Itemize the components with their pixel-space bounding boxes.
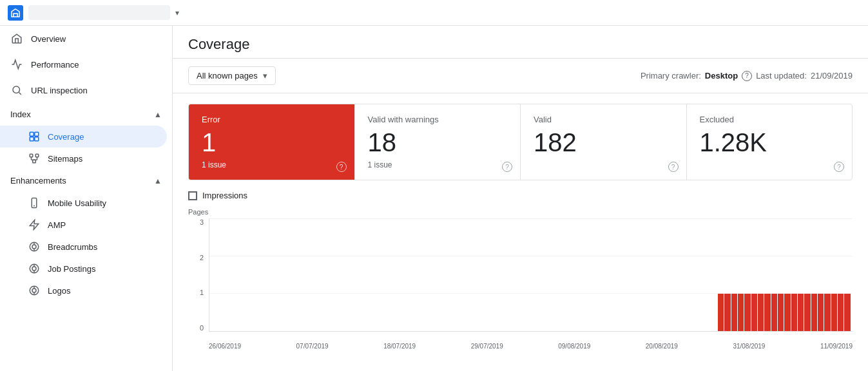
- chart-bar: [604, 330, 610, 331]
- sidebar-item-mobile-usability[interactable]: Mobile Usability: [0, 192, 167, 214]
- enhancements-section-header[interactable]: Enhancements ▲: [0, 169, 172, 192]
- chart-bar: [838, 294, 844, 331]
- chart-bar: [332, 330, 338, 331]
- chart-bar: [758, 294, 764, 331]
- chart-bar: [498, 330, 504, 331]
- error-help-icon[interactable]: ?: [336, 162, 347, 172]
- chart-bar: [791, 294, 797, 331]
- sidebar-item-url-inspection[interactable]: URL inspection: [0, 77, 167, 103]
- filter-button[interactable]: All known pages ▾: [188, 66, 276, 85]
- sidebar-item-amp[interactable]: AMP: [0, 214, 167, 236]
- chart-bar: [764, 294, 770, 331]
- chart-bar: [492, 330, 497, 331]
- chart-bar: [445, 330, 450, 331]
- svg-rect-4: [30, 137, 34, 141]
- logos-icon: [28, 285, 40, 296]
- legend-label: Impressions: [202, 191, 247, 200]
- sidebar-item-performance[interactable]: Performance: [0, 52, 167, 77]
- chart-bar: [218, 330, 224, 331]
- stat-card-valid-warnings[interactable]: Valid with warnings 18 1 issue ?: [355, 104, 521, 180]
- chart-bar: [564, 330, 570, 331]
- crawler-help-icon[interactable]: ?: [742, 71, 752, 81]
- chart-bar: [285, 330, 291, 331]
- toolbar: All known pages ▾ Primary crawler: Deskt…: [173, 59, 868, 93]
- chart-bar: [844, 294, 850, 331]
- svg-point-0: [13, 86, 20, 93]
- y-axis-label: Pages: [188, 208, 208, 216]
- chart-bar: [392, 330, 398, 331]
- chart-bar: [592, 330, 597, 331]
- search-icon: [10, 84, 23, 97]
- chart-bar: [432, 330, 438, 331]
- chart-bar: [478, 330, 484, 331]
- chart-bar: [472, 330, 477, 331]
- chart-bar: [358, 330, 364, 331]
- x-label-6: 31/08/2019: [733, 343, 765, 350]
- legend-checkbox[interactable]: [188, 191, 197, 200]
- chart-bar: [572, 330, 577, 331]
- chart-bar: [505, 330, 510, 331]
- valid-help-icon[interactable]: ?: [668, 162, 679, 172]
- chart-bar: [378, 330, 384, 331]
- chart-bar: [212, 330, 218, 331]
- excluded-value: 1.28K: [700, 127, 840, 158]
- chart-bar: [724, 294, 730, 331]
- svg-rect-7: [35, 154, 39, 157]
- amp-label: AMP: [48, 220, 66, 230]
- sidebar-item-job-postings[interactable]: Job Postings: [0, 258, 167, 280]
- svg-rect-5: [35, 137, 39, 141]
- chart-bar: [578, 330, 584, 331]
- chart-bar: [305, 330, 311, 331]
- sidebar-item-breadcrumbs[interactable]: Breadcrumbs: [0, 236, 167, 258]
- sidebar-item-overview[interactable]: Overview: [0, 26, 167, 52]
- svg-point-24: [32, 289, 36, 292]
- chart-bar: [738, 294, 744, 331]
- url-chevron-icon[interactable]: ▾: [175, 8, 179, 17]
- index-section-header[interactable]: Index ▲: [0, 103, 172, 126]
- x-label-5: 20/08/2019: [646, 343, 678, 350]
- chart-bar: [558, 330, 564, 331]
- stat-card-excluded[interactable]: Excluded 1.28K ?: [687, 104, 853, 180]
- last-updated-value: 21/09/2019: [811, 71, 853, 81]
- sidebar-item-coverage[interactable]: Coverage: [0, 126, 167, 147]
- chart-bar: [751, 294, 757, 331]
- excluded-help-icon[interactable]: ?: [834, 162, 844, 172]
- chart-bar: [525, 330, 530, 331]
- chart-bar: [818, 294, 824, 331]
- main-layout: Overview Performance URL inspection I: [0, 26, 868, 371]
- y-label-2: 2: [188, 254, 204, 262]
- y-label-0: 0: [188, 324, 204, 332]
- chart-bar: [258, 330, 264, 331]
- stat-card-error[interactable]: Error 1 1 issue ?: [189, 104, 355, 180]
- chart-bar: [644, 330, 650, 331]
- page-title: Coverage: [188, 36, 249, 52]
- stat-card-valid[interactable]: Valid 182 ?: [521, 104, 687, 180]
- mobile-icon: [28, 197, 40, 209]
- chart-bar: [226, 330, 231, 331]
- error-value: 1: [202, 127, 342, 158]
- chart-bar: [265, 330, 271, 331]
- chart-bar: [312, 330, 318, 331]
- chart-bar: [292, 330, 298, 331]
- chart-bar: [372, 330, 378, 331]
- home-icon: [10, 32, 23, 45]
- sitemaps-label: Sitemaps: [48, 154, 82, 164]
- x-label-0: 26/06/2019: [209, 343, 241, 350]
- url-input[interactable]: https://www.accelerate-agen...: [28, 5, 170, 20]
- chart-bar: [485, 330, 490, 331]
- valid-warnings-label: Valid with warnings: [368, 115, 508, 124]
- chart-bar: [718, 294, 724, 331]
- valid-warnings-help-icon[interactable]: ?: [502, 162, 512, 172]
- chart-bar: [691, 330, 697, 331]
- sidebar-item-logos[interactable]: Logos: [0, 280, 167, 301]
- job-postings-label: Job Postings: [48, 264, 95, 274]
- chart-bar: [338, 330, 344, 331]
- chart-bar: [232, 330, 238, 331]
- sidebar-item-sitemaps[interactable]: Sitemaps: [0, 147, 167, 169]
- chart-bar: [711, 330, 717, 331]
- chart-bar: [784, 294, 790, 331]
- app-logo: [8, 5, 23, 21]
- chart-bar: [418, 330, 424, 331]
- job-postings-icon: [28, 263, 40, 274]
- performance-icon: [10, 58, 23, 71]
